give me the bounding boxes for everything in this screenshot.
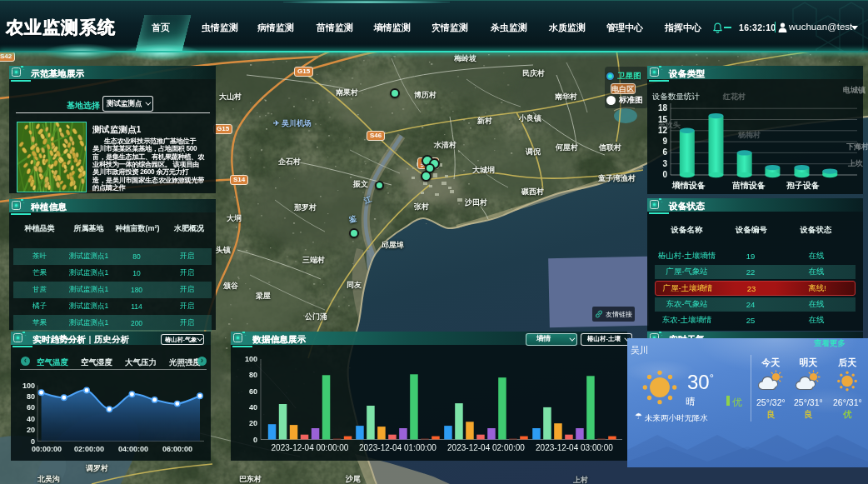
svg-text:2023-12-04 00:00:00: 2023-12-04 00:00:00	[272, 443, 349, 452]
svg-text:2023-12-04 02:00:00: 2023-12-04 02:00:00	[447, 443, 525, 452]
svg-text:80: 80	[249, 371, 257, 379]
svg-text:3: 3	[662, 159, 667, 168]
svg-text:9: 9	[662, 137, 667, 146]
svg-text:0: 0	[253, 436, 257, 444]
svg-text:100: 100	[245, 355, 257, 363]
svg-text:6: 6	[662, 147, 667, 157]
svg-text:00:00:00: 00:00:00	[32, 445, 62, 453]
svg-text:2023-12-04 03:00:00: 2023-12-04 03:00:00	[536, 443, 613, 452]
svg-text:06:00:00: 06:00:00	[162, 445, 192, 453]
svg-text:100: 100	[22, 382, 35, 390]
svg-text:苗情设备: 苗情设备	[731, 181, 766, 190]
svg-text:20: 20	[27, 426, 35, 434]
svg-text:02:00:00: 02:00:00	[74, 445, 104, 453]
svg-text:60: 60	[249, 387, 257, 396]
svg-text:20: 20	[249, 419, 257, 427]
svg-text:80: 80	[27, 392, 35, 401]
svg-text:04:00:00: 04:00:00	[118, 445, 148, 453]
svg-text:0: 0	[662, 170, 667, 179]
svg-text:0: 0	[31, 437, 35, 446]
svg-text:墒情设备: 墒情设备	[671, 181, 706, 190]
svg-text:40: 40	[249, 403, 257, 412]
svg-text:40: 40	[27, 415, 35, 423]
svg-text:孢子设备: 孢子设备	[786, 181, 820, 190]
svg-text:18: 18	[658, 103, 668, 112]
svg-text:60: 60	[27, 403, 35, 412]
svg-text:2023-12-04 01:00:00: 2023-12-04 01:00:00	[359, 443, 436, 452]
